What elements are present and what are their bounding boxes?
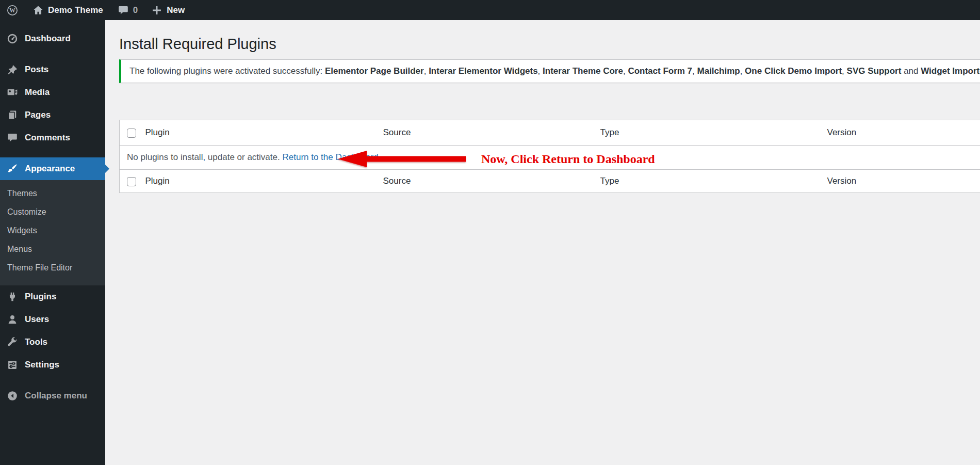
sidebar-item-dashboard[interactable]: Dashboard: [0, 27, 105, 50]
empty-row: No plugins to install, update or activat…: [120, 146, 980, 170]
site-name-link[interactable]: Demo Theme: [27, 0, 108, 20]
plugins-table: PluginSourceTypeVersion No plugins to in…: [119, 120, 980, 193]
plugin-name: One Click Demo Import: [745, 66, 842, 76]
plugin-name: Widget Importer & Exporter: [921, 66, 980, 76]
page-title: Install Required Plugins: [119, 34, 980, 54]
sidebar-item-label: Appearance: [25, 164, 75, 174]
site-name-label: Demo Theme: [48, 5, 103, 15]
select-all-checkbox[interactable]: [127, 129, 136, 138]
column-header-type: Type: [600, 170, 827, 193]
sidebar-item-label: Tools: [25, 337, 47, 347]
wordpress-menu[interactable]: W: [0, 0, 23, 20]
sidebar-item-posts[interactable]: Posts: [0, 58, 105, 81]
sidebar-item-plugins[interactable]: Plugins: [0, 285, 105, 308]
active-item-arrow: [105, 165, 109, 173]
sidebar-item-users[interactable]: Users: [0, 308, 105, 331]
collapse-icon: [7, 390, 18, 402]
admin-sidebar: DashboardPostsMediaPagesCommentsAppearan…: [0, 20, 105, 465]
comment-count: 0: [133, 5, 138, 15]
sidebar-item-media[interactable]: Media: [0, 81, 105, 104]
sidebar-item-pages[interactable]: Pages: [0, 104, 105, 126]
sidebar-item-label: Pages: [25, 110, 51, 120]
svg-text:W: W: [9, 7, 15, 13]
comment-bubble-icon: [118, 5, 129, 16]
sidebar-menu: DashboardPostsMediaPagesCommentsAppearan…: [0, 20, 105, 407]
sidebar-item-label: Collapse menu: [25, 391, 87, 401]
plus-icon: [151, 5, 162, 16]
select-all-cell: [120, 170, 145, 193]
submenu-item-customize[interactable]: Customize: [0, 203, 105, 221]
plugin-name: Interar Elementor Widgets: [429, 66, 537, 76]
pages-icon: [7, 109, 18, 121]
sidebar-item-appearance[interactable]: Appearance: [0, 157, 105, 180]
plugin-name: Contact Form 7: [628, 66, 692, 76]
settings-icon: [7, 359, 18, 371]
column-header-type: Type: [600, 120, 827, 146]
column-header-plugin: Plugin: [145, 170, 383, 193]
sidebar-item-label: Comments: [25, 133, 70, 143]
sidebar-item-settings[interactable]: Settings: [0, 354, 105, 376]
sidebar-item-label: Plugins: [25, 292, 56, 302]
plugin-icon: [7, 291, 18, 302]
new-label: New: [167, 5, 185, 15]
plugin-name: SVG Support: [847, 66, 902, 76]
sidebar-item-comments[interactable]: Comments: [0, 126, 105, 149]
sidebar-item-tools[interactable]: Tools: [0, 331, 105, 354]
column-header-plugin: Plugin: [145, 120, 383, 146]
sidebar-item-label: Users: [25, 314, 49, 325]
plugin-name: Interar Theme Core: [543, 66, 623, 76]
select-all-cell: [120, 120, 145, 146]
notice-message: The following plugins were activated suc…: [129, 66, 980, 76]
table-header-row: PluginSourceTypeVersion: [120, 120, 980, 146]
wrench-icon: [7, 336, 18, 348]
success-notice: The following plugins were activated suc…: [119, 59, 980, 83]
brush-icon: [7, 163, 18, 174]
select-all-checkbox[interactable]: [127, 177, 136, 186]
home-icon: [32, 5, 44, 16]
pin-icon: [7, 64, 18, 75]
sidebar-item-label: Media: [25, 87, 50, 98]
sidebar-item-label: Settings: [25, 360, 59, 370]
plugin-name: Mailchimp: [697, 66, 740, 76]
submenu-item-themes[interactable]: Themes: [0, 184, 105, 203]
column-header-version: Version: [827, 120, 980, 146]
sidebar-item-label: Posts: [25, 65, 48, 75]
plugin-name: Elementor Page Builder: [325, 66, 424, 76]
sidebar-item-label: Dashboard: [25, 34, 71, 44]
media-icon: [7, 87, 18, 98]
column-header-source: Source: [383, 120, 600, 146]
appearance-submenu: ThemesCustomizeWidgetsMenusTheme File Ed…: [0, 180, 105, 285]
new-content-button[interactable]: New: [146, 0, 190, 20]
wordpress-logo-icon: W: [7, 5, 18, 16]
plugins-table-wrap: PluginSourceTypeVersion No plugins to in…: [119, 120, 980, 193]
main-content: Install Required Plugins The following p…: [105, 0, 980, 193]
submenu-item-theme-file-editor[interactable]: Theme File Editor: [0, 259, 105, 277]
submenu-item-widgets[interactable]: Widgets: [0, 221, 105, 240]
table-footer-row: PluginSourceTypeVersion: [120, 170, 980, 193]
comments-icon: [7, 132, 18, 143]
column-header-version: Version: [827, 170, 980, 193]
admin-bar: W Demo Theme 0 New: [0, 0, 980, 20]
return-to-dashboard-link[interactable]: Return to the Dashboard: [282, 152, 378, 162]
comments-bar-link[interactable]: 0: [112, 0, 143, 20]
submenu-item-menus[interactable]: Menus: [0, 240, 105, 259]
column-header-source: Source: [383, 170, 600, 193]
sidebar-item-collapse-menu[interactable]: Collapse menu: [0, 384, 105, 407]
user-icon: [7, 314, 18, 325]
dashboard-icon: [7, 33, 18, 44]
empty-text: No plugins to install, update or activat…: [127, 152, 280, 162]
